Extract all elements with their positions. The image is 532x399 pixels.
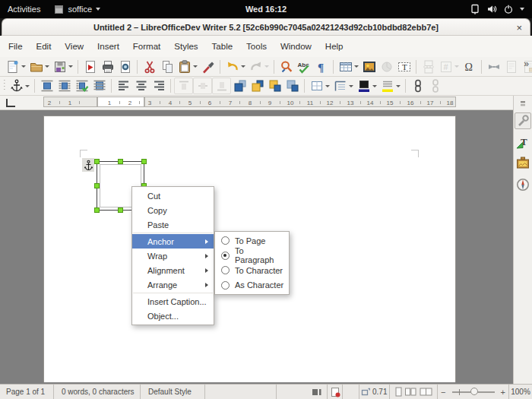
toolbar-overflow-button[interactable]: » — [524, 59, 529, 69]
cut-button[interactable] — [141, 59, 158, 75]
border-style-button[interactable] — [331, 78, 349, 94]
context-menu-item-insert-caption[interactable]: Insert Caption... — [132, 294, 214, 309]
find-and-replace-button[interactable] — [277, 59, 295, 75]
redo-button[interactable] — [247, 59, 264, 75]
wrap-parallel-button[interactable] — [55, 78, 73, 94]
resize-handle-middle-left[interactable] — [94, 183, 100, 188]
align-middle-button[interactable] — [193, 78, 212, 94]
insert-text-box-button[interactable]: T — [395, 59, 413, 75]
align-bottom-button[interactable] — [212, 78, 231, 94]
context-menu-item-cut[interactable]: Cut — [132, 188, 214, 203]
insert-field-button[interactable]: # — [437, 59, 454, 75]
resize-handle-top-right[interactable] — [141, 159, 147, 164]
wrap-optimal-button[interactable] — [73, 78, 90, 94]
status-word-count[interactable]: 0 words, 0 characters — [54, 385, 141, 399]
save-button[interactable] — [51, 59, 68, 75]
close-button[interactable]: × — [516, 19, 522, 36]
paste-button[interactable] — [176, 59, 193, 75]
single-page-view-icon[interactable] — [395, 387, 402, 397]
book-view-icon[interactable] — [420, 387, 432, 397]
dropdown-arrow-icon[interactable] — [396, 85, 401, 87]
zoom-in-button[interactable]: + — [498, 388, 508, 397]
status-object-size[interactable]: 0.71 — [359, 385, 390, 399]
status-zoom-level[interactable]: 100% — [509, 385, 532, 399]
zoom-out-button[interactable]: − — [438, 388, 448, 397]
dropdown-arrow-icon[interactable] — [25, 85, 30, 87]
system-tray[interactable] — [470, 4, 532, 14]
clone-formatting-button[interactable] — [199, 59, 217, 75]
dropdown-arrow-icon[interactable] — [21, 65, 26, 68]
wrap-off-button[interactable] — [38, 78, 55, 94]
special-character-button[interactable]: Ω — [461, 59, 478, 75]
dropdown-arrow-icon[interactable] — [68, 65, 73, 68]
dropdown-arrow-icon[interactable] — [241, 65, 245, 68]
undo-button[interactable] — [223, 59, 241, 75]
status-document-modified[interactable] — [328, 385, 343, 399]
link-frames-button[interactable] — [409, 78, 426, 94]
submenu-item-to-paragraph[interactable]: To Paragraph — [215, 249, 289, 264]
context-menu-item-alignment[interactable]: Alignment — [132, 263, 214, 277]
object-anchor-icon[interactable] — [82, 158, 94, 172]
toolbar-grip[interactable] — [2, 80, 6, 92]
resize-handle-top-left[interactable] — [94, 159, 100, 164]
window-titlebar[interactable]: Untitled 2 – LibreOfficeDev Writer 5.2 [… — [2, 18, 530, 36]
status-page-style[interactable]: Default Style — [141, 385, 205, 399]
insert-image-button[interactable] — [360, 59, 378, 75]
horizontal-ruler[interactable]: 2 1 1 2 3 4 5 6 7 8 9 10 11 12 13 14 15 — [0, 96, 513, 110]
borders-button[interactable] — [308, 78, 325, 94]
menu-file[interactable]: File — [2, 42, 30, 51]
sidebar-navigator-button[interactable] — [515, 176, 531, 193]
context-menu-item-copy[interactable]: Copy — [132, 203, 214, 217]
bring-to-front-button[interactable] — [231, 78, 249, 94]
dropdown-arrow-icon[interactable] — [193, 65, 198, 68]
sidebar-settings-button[interactable] — [515, 99, 531, 108]
context-menu-item-anchor[interactable]: Anchor — [132, 234, 214, 249]
print-button[interactable] — [99, 59, 116, 75]
resize-handle-bottom-left[interactable] — [94, 207, 100, 213]
sidebar-properties-button[interactable] — [515, 112, 531, 129]
context-menu-item-arrange[interactable]: Arrange — [132, 277, 214, 292]
ruler-left-margin[interactable]: 2 1 — [43, 97, 97, 107]
status-page-info[interactable]: Page 1 of 1 — [0, 385, 54, 399]
menu-view[interactable]: View — [58, 42, 90, 51]
app-menu-button[interactable]: soffice — [54, 5, 100, 14]
insert-page-break-button[interactable] — [420, 59, 437, 75]
unlink-frames-button[interactable] — [426, 78, 444, 94]
sidebar-styles-button[interactable]: T — [515, 134, 531, 150]
border-color-button[interactable] — [355, 78, 372, 94]
multi-page-view-icon[interactable] — [405, 387, 416, 397]
dropdown-arrow-icon[interactable] — [349, 85, 353, 87]
insert-hyperlink-button[interactable] — [485, 59, 502, 75]
ruler-object-extent[interactable]: 1 2 — [97, 97, 144, 107]
menu-insert[interactable]: Insert — [90, 42, 126, 51]
menu-format[interactable]: Format — [126, 42, 167, 51]
menu-table[interactable]: Table — [205, 42, 240, 51]
insert-chart-button[interactable] — [378, 59, 395, 75]
align-center-button[interactable] — [132, 78, 150, 94]
menu-edit[interactable]: Edit — [30, 42, 59, 51]
dropdown-arrow-icon[interactable] — [354, 65, 359, 68]
dropdown-arrow-icon[interactable] — [372, 85, 377, 87]
status-selection-mode[interactable] — [277, 385, 328, 399]
status-language[interactable] — [205, 385, 277, 399]
open-button[interactable] — [27, 59, 45, 75]
menu-help[interactable]: Help — [318, 42, 350, 51]
align-top-button[interactable] — [174, 78, 193, 94]
submenu-item-as-character[interactable]: As Character — [215, 278, 289, 293]
resize-handle-top-center[interactable] — [118, 159, 123, 164]
new-document-button[interactable] — [4, 59, 21, 75]
resize-handle-bottom-center[interactable] — [118, 207, 123, 213]
dropdown-arrow-icon[interactable] — [45, 65, 49, 68]
context-menu-item-object[interactable]: Object... — [132, 309, 214, 323]
align-left-button[interactable] — [115, 78, 132, 94]
background-color-button[interactable] — [378, 78, 396, 94]
zoom-slider-track[interactable] — [452, 391, 495, 393]
menu-window[interactable]: Window — [274, 42, 318, 51]
copy-button[interactable] — [158, 59, 176, 75]
dropdown-arrow-icon[interactable] — [325, 85, 330, 87]
anchor-button[interactable] — [8, 78, 25, 94]
status-signature[interactable] — [343, 385, 359, 399]
context-menu-item-paste[interactable]: Paste — [132, 217, 214, 232]
spelling-button[interactable]: Abc — [295, 59, 312, 75]
forward-one-button[interactable] — [249, 78, 266, 94]
